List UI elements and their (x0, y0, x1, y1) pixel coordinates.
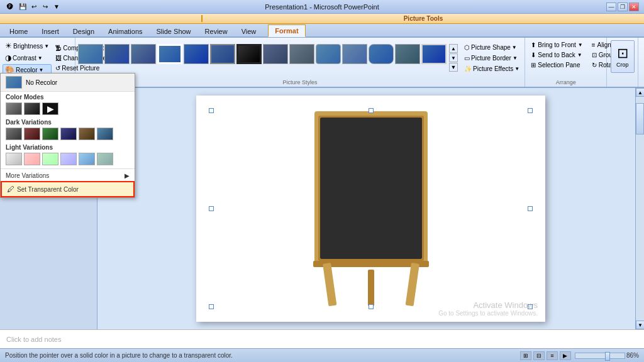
scroll-up-button[interactable]: ▲ (636, 88, 644, 97)
more-variations-item[interactable]: More Variations ▶ (1, 170, 135, 181)
qa-dropdown-icon[interactable]: ▼ (52, 2, 62, 12)
handle-top-right[interactable] (528, 108, 533, 113)
tab-view[interactable]: View (235, 25, 264, 37)
crop-button[interactable]: ⊡ Crop (611, 40, 635, 73)
handle-right-center[interactable] (528, 206, 533, 211)
picture-border-button[interactable]: ▭ Picture Border ▼ (462, 53, 522, 63)
style-thumb-4[interactable] (157, 44, 182, 64)
tab-format[interactable]: Format (268, 25, 305, 37)
style-thumb-12[interactable] (369, 44, 394, 64)
light-variations-label: Light Variations (1, 142, 135, 151)
lv-5[interactable] (79, 153, 95, 165)
dv-6[interactable] (97, 128, 113, 140)
picture-styles-group: ▲ ▼ ▼ ⬡ Picture Shape ▼ ▭ Picture Border… (75, 38, 525, 87)
ribbon-tabs-bar: Home Insert Design Animations Slide Show… (0, 24, 644, 38)
styles-scroll-up[interactable]: ▲ (449, 44, 458, 53)
style-thumb-5[interactable] (184, 44, 209, 64)
lv-1[interactable] (6, 153, 22, 165)
styles-content: ▲ ▼ ▼ ⬡ Picture Shape ▼ ▭ Picture Border… (78, 39, 522, 85)
title-bar-left: 🅟 💾 ↩ ↪ ▼ (5, 2, 62, 12)
redo-quick-icon[interactable]: ↪ (40, 2, 50, 12)
handle-bottom-left[interactable] (209, 304, 214, 309)
style-thumb-10[interactable] (316, 44, 341, 64)
picture-tools-header: Picture Tools (0, 14, 644, 24)
handle-bottom-right[interactable] (528, 304, 533, 309)
style-thumb-9[interactable] (289, 44, 314, 64)
tab-home[interactable]: Home (3, 25, 35, 37)
cm-swatch-3[interactable]: ▶ (42, 102, 58, 115)
handle-top-center[interactable] (369, 108, 374, 113)
zoom-thumb[interactable] (605, 352, 610, 361)
slide-canvas[interactable]: Activate Windows Go to Settings to activ… (196, 96, 545, 322)
color-modes-grid: ▶ (1, 101, 135, 117)
watermark: Activate Windows Go to Settings to activ… (438, 300, 538, 317)
dv-5[interactable] (79, 128, 95, 140)
picture-shape-button[interactable]: ⬡ Picture Shape ▼ (462, 43, 522, 52)
picture-options-col: ⬡ Picture Shape ▼ ▭ Picture Border ▼ ✨ P… (462, 43, 522, 74)
send-to-back-button[interactable]: ⬇ Send to Back ▼ (528, 50, 586, 60)
lv-3[interactable] (42, 153, 58, 165)
styles-scroll: ▲ ▼ ▼ (449, 44, 458, 72)
selection-pane-button[interactable]: ⊞ Selection Pane (528, 60, 586, 70)
notes-placeholder: Click to add notes (6, 336, 61, 343)
style-thumb-11[interactable] (342, 44, 367, 64)
tab-insert[interactable]: Insert (35, 25, 66, 37)
tab-slideshow[interactable]: Slide Show (150, 25, 198, 37)
dv-4[interactable] (60, 128, 77, 140)
handle-top-left[interactable] (209, 108, 214, 113)
lv-2[interactable] (24, 153, 40, 165)
arrange-col1: ⬆ Bring to Front ▼ ⬇ Send to Back ▼ ⊞ Se… (528, 40, 586, 70)
lv-6[interactable] (97, 153, 113, 165)
status-text: Position the pointer over a solid color … (5, 352, 233, 359)
style-thumb-7[interactable] (236, 44, 262, 64)
style-thumb-3[interactable] (131, 44, 156, 64)
lv-4[interactable] (60, 153, 77, 165)
cm-swatch-2[interactable] (24, 102, 40, 115)
contrast-button[interactable]: ◑ Contrast ▼ (3, 52, 52, 63)
brightness-button[interactable]: ☀ Brightness ▼ (3, 40, 52, 52)
style-thumb-13[interactable] (395, 44, 420, 64)
leg-center (368, 270, 374, 306)
light-variations-grid (1, 151, 135, 167)
slide-sorter-button[interactable]: ⊟ (533, 351, 545, 360)
scroll-thumb[interactable] (636, 103, 644, 134)
undo-quick-icon[interactable]: ↩ (29, 2, 39, 12)
tab-design[interactable]: Design (66, 25, 101, 37)
restore-button[interactable]: ❐ (618, 3, 628, 11)
app-icon: 🅟 (5, 2, 15, 12)
style-thumb-2[interactable] (104, 44, 130, 64)
handle-bottom-center[interactable] (369, 304, 374, 309)
leg-right (405, 263, 419, 306)
style-thumb-14[interactable] (421, 44, 447, 64)
styles-scroll-down[interactable]: ▼ (449, 53, 458, 62)
tab-review[interactable]: Review (198, 25, 235, 37)
dv-3[interactable] (42, 128, 58, 140)
dv-2[interactable] (24, 128, 40, 140)
picture-tools-label: Picture Tools (201, 15, 644, 22)
slideshow-button[interactable]: ▶ (560, 351, 571, 360)
title-bar: 🅟 💾 ↩ ↪ ▼ Presentation1 - Microsoft Powe… (0, 0, 644, 14)
tab-animations[interactable]: Animations (101, 25, 149, 37)
scroll-down-button[interactable]: ▼ (636, 321, 644, 329)
style-thumb-1[interactable] (78, 44, 103, 64)
save-quick-icon[interactable]: 💾 (18, 2, 28, 12)
normal-view-button[interactable]: ⊞ (520, 351, 531, 360)
minimize-button[interactable]: — (606, 3, 616, 11)
style-thumb-8[interactable] (263, 44, 288, 64)
zoom-slider[interactable] (575, 353, 625, 359)
close-button[interactable]: ✕ (629, 3, 639, 11)
no-recolor-row[interactable]: No Recolor (1, 74, 135, 92)
style-thumb-6[interactable] (210, 44, 235, 64)
styles-more[interactable]: ▼ (449, 63, 458, 72)
size-group: ↕ Height ▲ ▼ ↔ Width (638, 38, 644, 87)
picture-effects-button[interactable]: ✨ Picture Effects ▼ (462, 64, 522, 74)
set-transparent-color-item[interactable]: 🖊 Set Transparent Color (1, 181, 135, 197)
easel-image (305, 111, 437, 306)
vertical-scrollbar[interactable]: ▲ ▼ (635, 88, 644, 329)
notes-bar[interactable]: Click to add notes (0, 329, 644, 348)
dv-1[interactable] (6, 128, 22, 140)
cm-swatch-1[interactable] (6, 102, 22, 115)
handle-left-center[interactable] (209, 206, 214, 211)
bring-to-front-button[interactable]: ⬆ Bring to Front ▼ (528, 40, 586, 50)
reading-view-button[interactable]: ≡ (547, 351, 558, 360)
